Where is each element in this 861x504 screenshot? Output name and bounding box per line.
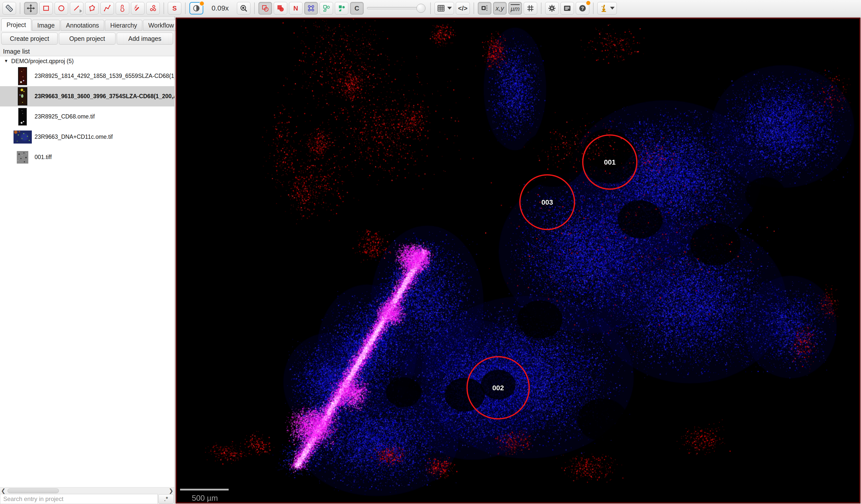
button-glyph-label: </> xyxy=(458,5,467,12)
expand-arrow-icon[interactable]: ▼ xyxy=(4,59,8,64)
toolbar-separator xyxy=(254,2,255,14)
polyline-tool-button[interactable] xyxy=(100,2,114,15)
show-detections-toggle[interactable] xyxy=(319,2,333,15)
toolbar-separator xyxy=(20,2,20,14)
project-buttons: Create projectOpen projectAdd images xyxy=(1,32,173,44)
show-grid-toggle[interactable] xyxy=(524,2,537,15)
button-glyph-label: C xyxy=(355,5,359,12)
slider-knob[interactable] xyxy=(416,4,425,13)
horizontal-scrollbar[interactable]: ❮ ❯ xyxy=(0,487,174,494)
grid-icon xyxy=(526,4,535,13)
open-project-button[interactable]: Open project xyxy=(59,32,115,44)
image-list-header: Image list xyxy=(0,47,174,56)
log-icon xyxy=(563,4,572,13)
image-name: 23R8925_CD68.ome.tif xyxy=(35,113,95,120)
magnification-readout: 0.09x xyxy=(205,4,235,12)
tree-root-label: DEMO/project.qpproj (5) xyxy=(11,58,73,65)
create-project-button[interactable]: Create project xyxy=(1,32,58,44)
toolbar-separator xyxy=(474,2,474,14)
list-item[interactable]: 23R8925_1814_4292_1858_1539_6559SLZA-CD6… xyxy=(0,66,174,86)
add-images-button[interactable]: Add images xyxy=(117,32,173,44)
notification-badge xyxy=(586,0,591,5)
brush-icon xyxy=(118,4,127,13)
scroll-right-arrow[interactable]: ❯ xyxy=(168,488,174,494)
selection-mode-toggle[interactable]: S xyxy=(168,2,181,15)
contrast-icon xyxy=(192,4,201,13)
measure-tool-button[interactable] xyxy=(2,2,16,15)
polygon-tool-button[interactable] xyxy=(85,2,99,15)
search-input[interactable] xyxy=(0,494,158,504)
help-icon: ? xyxy=(578,4,587,13)
move-icon xyxy=(27,4,35,13)
image-thumbnail xyxy=(11,67,35,85)
rectangle-tool-button[interactable] xyxy=(39,2,53,15)
regex-toggle-button[interactable]: .* xyxy=(158,494,174,504)
help-button[interactable]: ? xyxy=(576,2,589,15)
list-item[interactable]: 23R9663_DNA+CD11c.ome.tif xyxy=(0,127,174,147)
measurement-table-button[interactable] xyxy=(435,2,454,15)
tab-workflow[interactable]: Workflow xyxy=(143,20,179,31)
panel-tabs: ProjectImageAnnotationsHierarchyWorkflow xyxy=(1,18,174,31)
thumbnail-slide-black xyxy=(18,108,27,125)
chevron-down-icon xyxy=(610,7,615,10)
image-thumbnail xyxy=(11,131,35,144)
tab-image[interactable]: Image xyxy=(32,20,60,31)
show-tma-grid-toggle[interactable] xyxy=(304,2,318,15)
thumbnail-noise-gray xyxy=(17,151,28,164)
project-panel: ProjectImageAnnotationsHierarchyWorkflow… xyxy=(0,16,175,504)
polygon-icon xyxy=(88,4,96,13)
show-overview-toggle[interactable] xyxy=(478,2,491,15)
image-name: 23R8925_1814_4292_1858_1539_6559SLZA-CD6… xyxy=(35,73,174,79)
microscope-menu-button[interactable] xyxy=(597,2,617,15)
script-editor-button[interactable]: </> xyxy=(456,2,470,15)
zoomfit-icon xyxy=(240,4,248,13)
points-tool-button[interactable] xyxy=(146,2,160,15)
rect-icon xyxy=(42,4,50,13)
detFill-icon xyxy=(337,4,346,13)
image-viewer: 001003002 500 µm xyxy=(176,17,861,504)
wand-tool-button[interactable] xyxy=(131,2,145,15)
move-tool-button[interactable] xyxy=(24,2,38,15)
list-item[interactable]: 23R9663_9618_3600_3996_3754SLZA-CD68(1_2… xyxy=(0,86,174,107)
preferences-button[interactable] xyxy=(545,2,559,15)
search-row: .* xyxy=(0,494,174,504)
fill-detections-toggle[interactable] xyxy=(335,2,348,15)
list-item[interactable]: 23R8925_CD68.ome.tif xyxy=(0,107,174,127)
log-viewer-button[interactable] xyxy=(560,2,574,15)
tab-project[interactable]: Project xyxy=(1,18,31,31)
scroll-left-arrow[interactable]: ❮ xyxy=(0,488,6,494)
tree-root-project[interactable]: ▼ DEMO/project.qpproj (5) xyxy=(0,56,174,66)
viewer-canvas[interactable] xyxy=(177,19,859,502)
show-scalebar-toggle[interactable]: µm xyxy=(508,2,522,15)
tma-icon xyxy=(307,4,315,13)
show-names-toggle[interactable]: N xyxy=(289,2,302,15)
ellipse-tool-button[interactable] xyxy=(55,2,68,15)
brush-tool-button[interactable] xyxy=(116,2,129,15)
submenu-arrow-icon xyxy=(80,9,82,13)
brightness-contrast-button[interactable] xyxy=(189,2,203,15)
thumbnail-slide-red xyxy=(18,67,27,85)
show-location-toggle[interactable]: x,y xyxy=(493,2,507,15)
tab-annotations[interactable]: Annotations xyxy=(60,20,104,31)
tab-hierarchy[interactable]: Hierarchy xyxy=(105,20,142,31)
button-glyph-label: µm xyxy=(511,4,520,12)
list-item[interactable]: 001.tiff xyxy=(0,147,174,167)
show-classification-toggle[interactable]: C xyxy=(350,2,364,15)
scrollbar-thumb[interactable] xyxy=(8,489,59,493)
notification-badge xyxy=(199,1,204,6)
image-name: 23R9663_DNA+CD11c.ome.tif xyxy=(35,134,113,140)
line-tool-button[interactable] xyxy=(70,2,83,15)
toolbar-separator xyxy=(541,2,542,14)
button-glyph-label: N xyxy=(293,5,298,12)
show-annotations-toggle[interactable] xyxy=(258,2,272,15)
opacity-slider[interactable] xyxy=(367,2,425,15)
polyline-icon xyxy=(103,4,111,13)
image-thumbnail xyxy=(11,151,35,164)
toolbar-separator xyxy=(593,2,593,14)
image-list-tree: ▼ DEMO/project.qpproj (5) 23R8925_1814_4… xyxy=(0,56,174,487)
ellipse-icon xyxy=(57,4,66,13)
image-name: 23R9663_9618_3600_3996_3754SLZA-CD68(1_2… xyxy=(35,93,174,100)
zoom-to-fit-button[interactable] xyxy=(237,2,250,15)
fill-annotations-toggle[interactable] xyxy=(274,2,287,15)
annOutline-icon xyxy=(261,4,270,13)
